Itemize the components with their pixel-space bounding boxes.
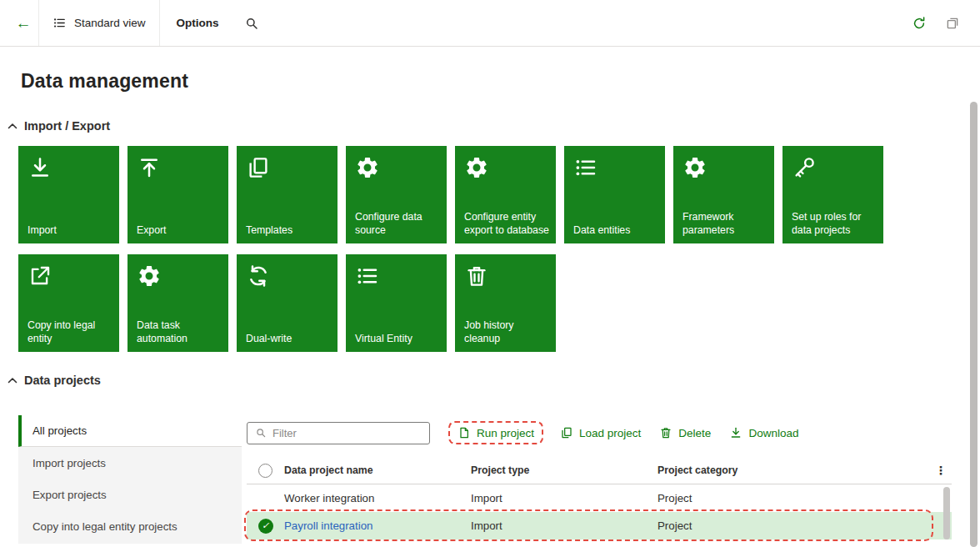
gear-icon (355, 155, 380, 180)
chevron-up-icon (8, 123, 18, 129)
import-arrow-icon (28, 155, 52, 180)
projects-main: Run project Load project Delete Download (247, 415, 952, 544)
table-row-worker-integration[interactable]: Worker integration Import Project (247, 484, 952, 512)
popout-icon (945, 16, 960, 31)
section-title: Import / Export (24, 119, 110, 133)
tab-options[interactable]: Options (160, 0, 236, 46)
tile-dual-write[interactable]: Dual-write (237, 254, 338, 352)
run-project-button[interactable]: Run project (458, 426, 534, 439)
column-header-type[interactable]: Project type (471, 464, 658, 476)
row-checkbox-cell: ✓ (247, 519, 284, 534)
selected-checkbox[interactable]: ✓ (258, 519, 273, 534)
nav-item-import-projects[interactable]: Import projects (18, 447, 242, 479)
header-checkbox-cell (247, 464, 284, 478)
tile-templates[interactable]: Templates (237, 146, 338, 243)
nav-item-all-projects[interactable]: All projects (18, 415, 242, 447)
refresh-icon (912, 16, 927, 31)
tile-import[interactable]: Import (18, 146, 119, 243)
download-label: Download (748, 427, 798, 439)
options-label: Options (177, 17, 219, 29)
tile-label: Data entities (573, 223, 661, 237)
tile-virtual-entity[interactable]: Virtual Entity (346, 254, 447, 352)
tile-grid: Import Export Templates Configure data s… (18, 146, 887, 352)
key-icon (792, 155, 817, 180)
filter-field[interactable] (247, 422, 430, 444)
refresh-button[interactable] (905, 9, 933, 38)
tile-label: Data task automation (137, 319, 224, 345)
export-arrow-icon (137, 155, 162, 180)
tile-data-entities[interactable]: Data entities (564, 146, 665, 243)
tile-configure-entity-export[interactable]: Configure entity export to database (455, 146, 556, 243)
back-button[interactable]: ← (8, 8, 38, 38)
top-command-bar: ← Standard view Options (0, 0, 980, 47)
gear-icon (137, 263, 162, 289)
project-type-cell: Import (471, 492, 658, 504)
search-icon (255, 427, 267, 439)
project-type-cell: Import (471, 519, 658, 532)
trash-icon (659, 426, 672, 439)
tile-label: Configure data source (355, 210, 442, 237)
project-category-cell: Project (658, 519, 930, 532)
tile-label: Set up roles for data projects (792, 210, 879, 237)
annotation-run-project: Run project (448, 421, 543, 444)
tile-configure-data-source[interactable]: Configure data source (346, 146, 447, 243)
project-category-cell: Project (658, 492, 930, 504)
delete-label: Delete (678, 427, 711, 439)
column-header-name[interactable]: Data project name (284, 464, 471, 476)
run-project-label: Run project (477, 427, 534, 439)
gear-icon (682, 155, 708, 180)
nav-item-label: Export projects (32, 489, 107, 501)
load-project-label: Load project (579, 427, 641, 439)
download-icon (729, 426, 742, 439)
data-projects-panel: All projects Import projects Export proj… (18, 415, 952, 544)
projects-table: Data project name Project type Project c… (247, 457, 952, 539)
share-arrow-icon (28, 263, 52, 289)
page-scrollbar[interactable] (970, 102, 978, 547)
tile-framework-parameters[interactable]: Framework parameters (673, 146, 774, 243)
tile-label: Virtual Entity (355, 332, 442, 345)
tile-data-task-automation[interactable]: Data task automation (128, 254, 228, 352)
nav-item-copy-into-legal-entity-projects[interactable]: Copy into legal entity projects (18, 510, 242, 542)
projects-toolbar: Run project Load project Delete Download (247, 415, 952, 450)
tile-label: Copy into legal entity (28, 319, 115, 345)
tile-label: Import (28, 223, 115, 237)
table-scrollbar[interactable] (943, 487, 950, 539)
section-data-projects-header[interactable]: Data projects (8, 374, 980, 387)
check-icon: ✓ (262, 521, 269, 530)
list-view-icon (52, 16, 67, 30)
tile-export[interactable]: Export (128, 146, 228, 243)
page-title: Data management (21, 70, 980, 93)
nav-item-label: Copy into legal entity projects (32, 520, 178, 533)
section-import-export-header[interactable]: Import / Export (8, 119, 980, 133)
section-title: Data projects (24, 374, 101, 387)
nav-item-label: Import projects (32, 457, 106, 469)
gear-icon (464, 155, 489, 180)
search-button[interactable] (238, 9, 266, 38)
project-name-cell[interactable]: Worker integration (284, 492, 471, 504)
table-header-row: Data project name Project type Project c… (247, 457, 952, 484)
table-row-payroll-integration[interactable]: ✓ Payroll integration Import Project (247, 512, 952, 539)
trash-icon (464, 263, 489, 289)
tile-job-history-cleanup[interactable]: Job history cleanup (455, 254, 556, 352)
tile-set-up-roles[interactable]: Set up roles for data projects (782, 146, 883, 243)
column-header-category[interactable]: Project category (658, 464, 930, 476)
copy-pages-icon (246, 155, 271, 180)
nav-item-export-projects[interactable]: Export projects (18, 479, 242, 510)
more-options-button[interactable]: ⋮ (930, 464, 952, 477)
run-project-page-icon (458, 426, 471, 439)
load-project-button[interactable]: Load project (560, 426, 641, 439)
chevron-up-icon (8, 377, 18, 384)
download-button[interactable]: Download (729, 426, 798, 439)
tile-label: Dual-write (246, 332, 333, 345)
list-icon (573, 155, 598, 180)
open-in-new-window-button[interactable] (938, 9, 967, 38)
sync-icon (246, 263, 271, 289)
view-selector[interactable]: Standard view (38, 0, 160, 46)
delete-button[interactable]: Delete (659, 426, 711, 439)
tile-label: Configure entity export to database (464, 210, 552, 237)
filter-input[interactable] (272, 427, 422, 439)
tile-label: Templates (246, 223, 333, 237)
select-all-checkbox[interactable] (258, 464, 272, 478)
tile-copy-into-legal-entity[interactable]: Copy into legal entity (18, 254, 119, 352)
project-name-link[interactable]: Payroll integration (284, 519, 471, 532)
